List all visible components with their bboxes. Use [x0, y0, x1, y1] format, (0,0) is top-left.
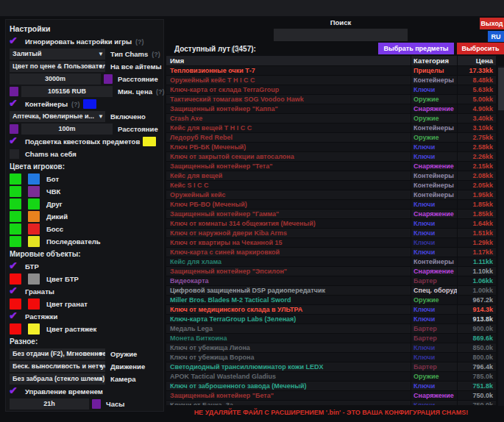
- table-row[interactable]: Светодиодный трансиллюминатор кожи LEDX …: [166, 362, 496, 372]
- table-row[interactable]: Цифровой защищенный DSP радиопередатчик …: [166, 286, 496, 296]
- table-row[interactable]: Кейс S I C C Контейнеры 2.05kk: [166, 181, 496, 190]
- drop-all-button[interactable]: Выбросить все: [457, 43, 504, 54]
- player-color-swatch-2[interactable]: [28, 186, 40, 197]
- help-icon[interactable]: (?): [156, 88, 165, 96]
- table-row[interactable]: Кейс для вещей T H I C C Контейнеры 3.10…: [166, 124, 496, 133]
- help-icon[interactable]: (?): [135, 38, 144, 46]
- tripwire-color-swatch-2[interactable]: [28, 323, 40, 335]
- table-row[interactable]: Кейс для вещей Контейнеры 2.08kk: [166, 171, 496, 181]
- table-row[interactable]: Ключ от медицинского склада в УЛЬТРА Клю…: [166, 305, 496, 315]
- grenades-checkbox[interactable]: [10, 287, 19, 296]
- min-price-color-swatch[interactable]: [10, 87, 18, 96]
- player-color-swatch-1[interactable]: [10, 211, 21, 222]
- grenades-label: Гранаты: [25, 287, 54, 296]
- table-row[interactable]: APOK Tactical Wasteland Gladius Оружие 7…: [166, 372, 496, 382]
- help-icon[interactable]: (?): [71, 101, 80, 108]
- containers-checkbox[interactable]: [10, 99, 19, 109]
- tripwire-color-swatch-1[interactable]: [10, 323, 21, 335]
- table-row[interactable]: Кейс для хлама Контейнеры 1.11kk: [166, 257, 496, 267]
- color-mode-select[interactable]: Цвет по цене & Пользователь ▼: [10, 61, 105, 72]
- table-row[interactable]: Ледоруб Red Rebel Оружие 2.75kk: [166, 133, 496, 143]
- btr-color-swatch-1[interactable]: [10, 273, 21, 285]
- table-row[interactable]: Ключ-карта с синей маркировкой Ключи 1.1…: [166, 248, 496, 257]
- table-row[interactable]: Защищенный контейнер "Тета" Снаряжение 2…: [166, 162, 496, 171]
- chams-self-checkbox[interactable]: [10, 149, 19, 159]
- min-price-input[interactable]: 105156 RUB: [21, 86, 113, 97]
- table-row[interactable]: Ключ от убежища Ворона Ключи 800.0k: [166, 353, 496, 362]
- item-price: 1.95kk: [457, 190, 496, 199]
- quest-highlight-checkbox[interactable]: [10, 137, 19, 146]
- camera-select[interactable]: Без забрала (стекло шлема) ▼: [10, 373, 105, 385]
- movement-select[interactable]: Беск. выносливость и нет уста ▼: [10, 361, 105, 372]
- table-row[interactable]: Ключ РБ-ВО (Меченый) Ключи 1.85kk: [166, 200, 496, 210]
- table-row[interactable]: Оружейный кейс Контейнеры 1.95kk: [166, 190, 496, 200]
- scrollbar-thumb[interactable]: [498, 68, 504, 110]
- hours-color-swatch[interactable]: [92, 399, 101, 409]
- top-bar: [0, 0, 504, 16]
- table-row[interactable]: Монета Биткоина Бартер 869.6k: [166, 334, 496, 343]
- search-input[interactable]: [274, 29, 408, 41]
- weapon-select[interactable]: Без отдачи (F2), Мгновенное п ▼: [10, 348, 105, 360]
- table-row[interactable]: Ключ от комнаты 314 общежития (Меченый) …: [166, 219, 496, 229]
- select-kappa-items-button[interactable]: Выбрать предметы каппа: [378, 43, 454, 54]
- player-color-swatch-1[interactable]: [10, 223, 21, 235]
- item-name: Защищенный контейнер "Каппа": [166, 104, 411, 113]
- table-row[interactable]: Оружейный кейс T H I C C Контейнеры 8.48…: [166, 76, 496, 85]
- player-color-swatch-1[interactable]: [10, 186, 21, 197]
- help-icon[interactable]: (?): [152, 51, 160, 58]
- player-color-swatch-2[interactable]: [28, 174, 40, 185]
- containers-color-swatch[interactable]: [83, 99, 96, 109]
- item-category: Бартер: [411, 324, 457, 333]
- item-price: 800.0k: [457, 353, 496, 362]
- table-row[interactable]: Ключ от закрытой секции автосалона Ключи…: [166, 152, 496, 162]
- table-row[interactable]: Ключ от наружной двери Kiba Arms Ключи 1…: [166, 229, 496, 238]
- table-row[interactable]: Защищенный контейнер "Каппа" Снаряжение …: [166, 104, 496, 114]
- player-color-swatch-1[interactable]: [10, 236, 21, 247]
- grenade-color-swatch-2[interactable]: [28, 298, 40, 310]
- table-row[interactable]: Тепловизионные очки Т-7 Прицелы 17.33kk: [166, 66, 496, 76]
- table-row[interactable]: Ключ-карта TerraGroup Labs (Зеленая) Клю…: [166, 315, 496, 324]
- chevron-down-icon: ▼: [98, 373, 104, 385]
- help-icon[interactable]: (?): [231, 46, 240, 53]
- player-color-swatch-2[interactable]: [28, 199, 40, 210]
- ignore-game-settings-checkbox[interactable]: [10, 37, 19, 46]
- hours-input[interactable]: 21h: [10, 398, 89, 410]
- containers-distance-input[interactable]: 100m: [21, 124, 113, 135]
- table-row[interactable]: Ключи от Банка. За… Ключи 750.0k: [166, 401, 496, 405]
- player-color-swatch-2[interactable]: [28, 223, 40, 235]
- containers-distance-swatch[interactable]: [10, 124, 18, 134]
- player-color-swatch-2[interactable]: [28, 236, 40, 247]
- scrollbar[interactable]: [498, 66, 504, 406]
- player-color-swatch-2[interactable]: [28, 211, 40, 222]
- player-color-swatch-1[interactable]: [10, 174, 21, 185]
- table-row[interactable]: Ключ от убежища Лиона Ключи 850.0k: [166, 343, 496, 353]
- exit-button[interactable]: Выход: [480, 18, 504, 29]
- player-color-swatch-1[interactable]: [10, 199, 21, 210]
- grenade-color-swatch-1[interactable]: [10, 298, 21, 310]
- table-row[interactable]: Ключ-карта от склада TerraGroup Ключи 5.…: [166, 85, 496, 95]
- time-control-checkbox[interactable]: [10, 387, 19, 396]
- table-row[interactable]: Защищенный контейнер "Гамма" Снаряжение …: [166, 210, 496, 219]
- table-row[interactable]: Crash Axe Оружие 3.40kk: [166, 114, 496, 124]
- table-row[interactable]: Miller Bros. Blades M-2 Tactical Sword О…: [166, 296, 496, 305]
- containers-filter-select[interactable]: Аптечка, Ювелирные и... ▼: [10, 111, 105, 122]
- btr-checkbox[interactable]: [10, 262, 19, 271]
- table-row[interactable]: Ключ от заброшенного завода (Меченый) Кл…: [166, 382, 496, 391]
- btr-color-swatch-2[interactable]: [28, 273, 40, 285]
- table-row[interactable]: Медаль Lega Бартер 900.0k: [166, 324, 496, 334]
- tripwires-checkbox[interactable]: [10, 312, 19, 321]
- chams-type-select[interactable]: Залитый ▼: [10, 49, 105, 60]
- table-row[interactable]: Ключ РБ-БК (Меченый) Ключи 2.58kk: [166, 143, 496, 152]
- table-row[interactable]: Видеокарта Бартер 1.06kk: [166, 276, 496, 286]
- item-category: Оружие: [411, 133, 457, 142]
- table-row[interactable]: Тактический томагавк SOG Voodoo Hawk Ору…: [166, 95, 496, 104]
- distance-color-swatch[interactable]: [104, 74, 113, 84]
- language-button[interactable]: RU: [488, 31, 504, 42]
- table-row[interactable]: Защищенный контейнер "Эпсилон" Снаряжени…: [166, 267, 496, 276]
- table-row[interactable]: Защищенный контейнер "Бета" Снаряжение 7…: [166, 391, 496, 401]
- quest-highlight-swatch[interactable]: [143, 137, 156, 146]
- table-row[interactable]: Ключ от квартиры на Чеканной 15 Ключи 1.…: [166, 238, 496, 248]
- distance-input[interactable]: 3000m: [10, 74, 101, 85]
- item-price: 750.0k: [457, 401, 496, 405]
- player-color-row: Последователь: [10, 235, 160, 248]
